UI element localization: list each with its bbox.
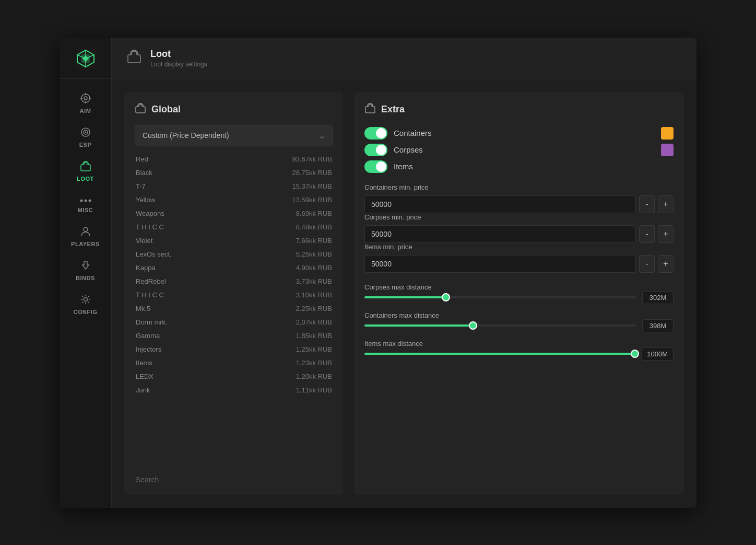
item-value: 15.37kk RUB <box>292 182 332 190</box>
containers-min-price-minus-button[interactable]: - <box>639 195 655 213</box>
item-value: 8.48kk RUB <box>296 223 332 231</box>
sidebar-item-loot[interactable]: LOOT <box>65 155 106 187</box>
containers-color-swatch[interactable] <box>661 127 674 140</box>
list-item[interactable]: T-715.37kk RUB <box>135 180 333 193</box>
svg-point-10 <box>85 131 86 133</box>
toggle-knob <box>376 128 386 138</box>
containers-min-price-input[interactable] <box>364 195 636 213</box>
containers-min-price-section: Containers min. price - + <box>364 183 674 213</box>
extra-panel-title: Extra <box>364 102 674 117</box>
items-max-distance-row: 1000M <box>364 347 674 361</box>
list-item[interactable]: Yellow13.59kk RUB <box>135 193 333 207</box>
list-item[interactable]: Dorm mrk.2.07kk RUB <box>135 316 333 329</box>
containers-min-price-plus-button[interactable]: + <box>658 195 674 213</box>
sidebar-item-binds[interactable]: BINDS <box>65 254 106 286</box>
list-item[interactable]: Items1.23kk RUB <box>135 356 333 370</box>
header-subtitle: Loot display settings <box>150 61 207 68</box>
toggle-row-corpses: Corpses <box>364 144 674 156</box>
list-item[interactable]: Gamma1.85kk RUB <box>135 329 333 343</box>
list-item[interactable]: Mk.52.25kk RUB <box>135 302 333 316</box>
items-min-price-plus-button[interactable]: + <box>658 255 674 273</box>
loot-icon <box>80 160 91 173</box>
items-min-price-input[interactable] <box>364 255 636 273</box>
sidebar: AIM ESP LOO <box>60 38 112 508</box>
items-min-price-input-row: - + <box>364 255 674 273</box>
item-value: 1.23kk RUB <box>296 359 332 367</box>
item-name: Red <box>136 155 148 163</box>
containers-max-distance-value: 398M <box>642 319 674 332</box>
corpses-max-distance-track[interactable] <box>364 296 636 298</box>
left-panel: Global Custom (Price Dependent) ⌄ Red93.… <box>124 92 344 495</box>
header-title: Loot <box>150 49 207 60</box>
item-value: 3.10kk RUB <box>296 291 332 299</box>
preset-dropdown[interactable]: Custom (Price Dependent) ⌄ <box>135 125 333 146</box>
corpses-max-distance-fill <box>364 296 446 298</box>
header: Loot Loot display settings <box>112 38 696 79</box>
list-item[interactable]: Red93.67kk RUB <box>135 153 333 166</box>
sidebar-item-esp-label: ESP <box>79 142 92 148</box>
items-toggle[interactable] <box>364 160 387 173</box>
item-name: T-7 <box>136 182 146 190</box>
search-label: Search <box>136 476 159 484</box>
app-logo-icon <box>74 47 97 70</box>
corpses-min-price-minus-button[interactable]: - <box>639 225 655 243</box>
corpses-max-distance-value: 302M <box>642 291 674 304</box>
list-item[interactable]: T H I C C3.10kk RUB <box>135 288 333 302</box>
list-item[interactable]: Injectors1.25kk RUB <box>135 343 333 356</box>
corpses-max-distance-label: Corpses max distance <box>364 283 674 291</box>
sidebar-item-aim[interactable]: AIM <box>65 87 106 119</box>
corpses-max-distance-section: Corpses max distance 302M <box>364 283 674 305</box>
sidebar-item-players-label: PLAYERS <box>71 241 100 247</box>
item-name: Gamma <box>136 332 160 340</box>
item-value: 2.25kk RUB <box>296 305 332 312</box>
price-sections: Containers min. price - + Corpses min. p… <box>364 183 674 273</box>
item-name: Black <box>136 169 152 177</box>
sidebar-item-config-label: CONFIG <box>73 309 97 315</box>
item-name: Weapons <box>136 210 164 217</box>
corpses-min-price-plus-button[interactable]: + <box>658 225 674 243</box>
corpses-toggle[interactable] <box>364 144 387 156</box>
item-value: 8.69kk RUB <box>296 210 332 217</box>
list-item[interactable]: T H I C C8.48kk RUB <box>135 221 333 234</box>
list-item[interactable]: LEDX1.20kk RUB <box>135 370 333 384</box>
items-min-price-minus-button[interactable]: - <box>639 255 655 273</box>
list-item[interactable]: Black28.75kk RUB <box>135 166 333 180</box>
sidebar-nav: AIM ESP LOO <box>60 83 111 324</box>
svg-point-2 <box>81 94 90 102</box>
containers-max-distance-thumb[interactable] <box>469 321 477 330</box>
list-item[interactable]: LexOs sect.5.25kk RUB <box>135 248 333 261</box>
list-item[interactable]: Junk1.11kk RUB <box>135 384 333 397</box>
items-max-distance-thumb[interactable] <box>631 350 639 358</box>
sidebar-item-esp[interactable]: ESP <box>65 121 106 153</box>
containers-max-distance-track[interactable] <box>364 324 636 327</box>
toggle-row-containers: Containers <box>364 127 674 140</box>
toggle-knob <box>376 145 386 155</box>
list-item[interactable]: RedRebel3.73kk RUB <box>135 275 333 288</box>
main-area: Loot Loot display settings Global <box>112 38 696 508</box>
sidebar-item-players[interactable]: PLAYERS <box>65 221 106 252</box>
list-item[interactable]: Kappa4.90kk RUB <box>135 261 333 275</box>
sidebar-item-config[interactable]: CONFIG <box>65 288 106 320</box>
sidebar-item-misc[interactable]: MISC <box>65 189 106 218</box>
header-icon <box>126 49 142 68</box>
search-bar[interactable]: Search <box>135 470 333 485</box>
containers-max-distance-row: 398M <box>364 319 674 332</box>
svg-point-14 <box>84 227 88 231</box>
corpses-max-distance-thumb[interactable] <box>442 293 450 302</box>
corpses-min-price-label: Corpses min. price <box>364 213 674 221</box>
corpses-min-price-input-row: - + <box>364 225 674 243</box>
item-value: 93.67kk RUB <box>292 155 332 163</box>
items-max-distance-track[interactable] <box>364 353 635 355</box>
containers-toggle[interactable] <box>364 127 387 140</box>
corpses-color-swatch[interactable] <box>661 144 674 156</box>
binds-icon <box>80 260 91 273</box>
header-text: Loot Loot display settings <box>150 49 207 68</box>
corpses-min-price-input[interactable] <box>364 225 636 243</box>
players-icon <box>80 226 91 239</box>
extra-title: Extra <box>381 104 405 115</box>
svg-point-15 <box>84 297 87 301</box>
toggle-knob <box>376 161 386 172</box>
sidebar-item-misc-label: MISC <box>78 207 93 213</box>
list-item[interactable]: Weapons8.69kk RUB <box>135 207 333 221</box>
list-item[interactable]: Violet7.66kk RUB <box>135 234 333 248</box>
